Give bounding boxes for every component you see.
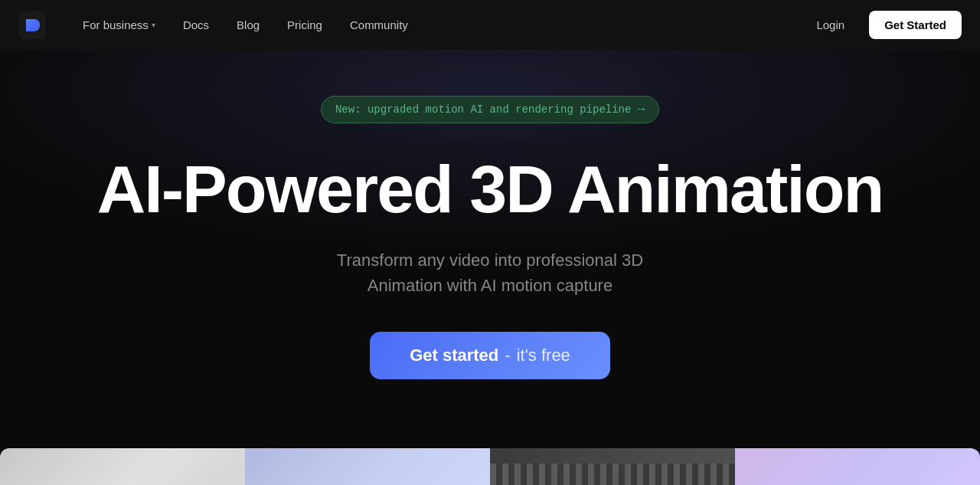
logo[interactable] <box>18 11 46 39</box>
nav-item-docs[interactable]: Docs <box>171 12 221 38</box>
nav-item-community[interactable]: Community <box>338 12 420 38</box>
nav-item-blog[interactable]: Blog <box>224 12 272 38</box>
login-button[interactable]: Login <box>804 12 857 38</box>
video-card-2 <box>245 448 490 485</box>
chevron-down-icon: ▾ <box>152 21 155 29</box>
hero-subtitle: Transform any video into professional 3D… <box>337 247 643 298</box>
video-card-4 <box>735 448 980 485</box>
video-grid <box>0 448 980 485</box>
announcement-badge[interactable]: New: upgraded motion AI and rendering pi… <box>321 96 659 123</box>
nav-links: For business ▾ Docs Blog Pricing Communi… <box>70 12 804 38</box>
video-card-3 <box>490 448 735 485</box>
navbar: For business ▾ Docs Blog Pricing Communi… <box>0 0 980 50</box>
nav-item-for-business[interactable]: For business ▾ <box>70 12 168 38</box>
hero-title: AI-Powered 3D Animation <box>97 154 883 224</box>
cta-button[interactable]: Get started - it's free <box>370 332 610 379</box>
cta-label-light: it's free <box>517 346 570 365</box>
cta-label-separator: - <box>505 346 510 365</box>
get-started-nav-button[interactable]: Get Started <box>869 11 962 39</box>
video-card-1 <box>0 448 245 485</box>
hero-section: New: upgraded motion AI and rendering pi… <box>0 50 980 433</box>
badge-text: New: upgraded motion AI and rendering pi… <box>335 103 631 116</box>
nav-right: Login Get Started <box>804 11 962 39</box>
cta-label-bold: Get started <box>410 346 498 365</box>
nav-item-pricing[interactable]: Pricing <box>275 12 335 38</box>
arrow-icon: → <box>637 103 645 116</box>
